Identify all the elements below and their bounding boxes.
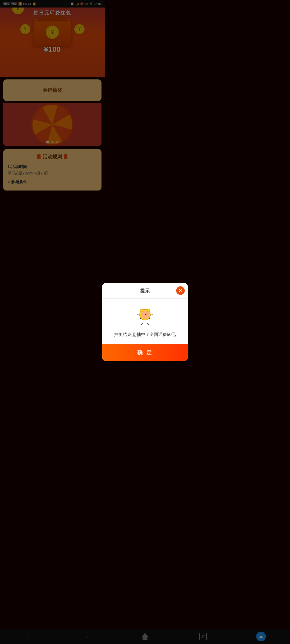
modal-overlay: 提示 bbox=[0, 0, 105, 226]
